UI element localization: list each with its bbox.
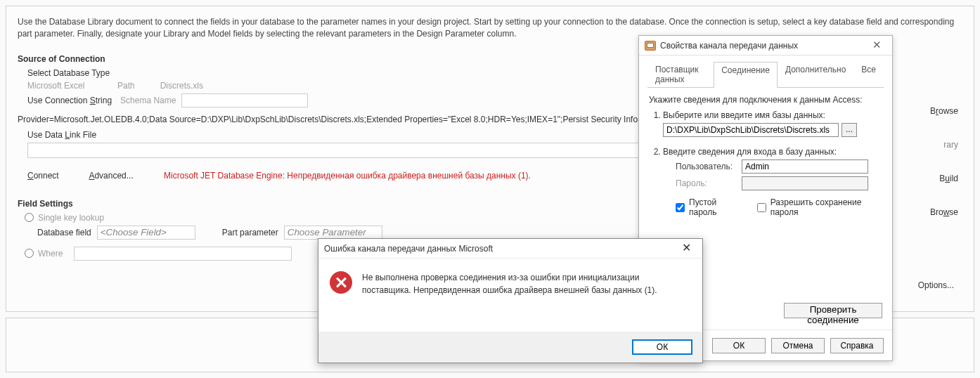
tab-connection[interactable]: Соединение xyxy=(714,62,778,88)
cancel-button[interactable]: Отмена xyxy=(771,338,825,353)
error-icon xyxy=(330,271,352,294)
tabs: Поставщик данных Соединение Дополнительн… xyxy=(647,61,884,88)
dialog-title-text: Свойства канала передачи данных xyxy=(660,41,867,51)
where-input[interactable] xyxy=(74,247,292,261)
password-input xyxy=(742,176,868,190)
blank-password-checkbox[interactable] xyxy=(676,203,685,212)
provider-label: Microsoft Excel xyxy=(27,81,112,91)
data-link-input[interactable] xyxy=(27,143,639,158)
path-value: Discrets.xls xyxy=(160,81,203,91)
where-radio[interactable] xyxy=(25,249,34,258)
password-label: Пароль: xyxy=(676,178,736,188)
connect-button[interactable]: Connect xyxy=(27,171,59,181)
single-key-label: Single key lookup xyxy=(38,213,104,223)
browse-link-1[interactable]: Browse xyxy=(930,106,958,116)
db-field-label: Database field xyxy=(37,228,91,237)
test-connection-button[interactable]: Проверить соединение xyxy=(784,303,882,318)
user-input[interactable] xyxy=(742,159,868,174)
allow-save-label: Разрешить сохранение пароля xyxy=(771,197,884,217)
help-button[interactable]: Справка xyxy=(830,338,884,353)
user-label: Пользователь: xyxy=(676,162,736,171)
error-titlebar: Ошибка канала передачи данных Microsoft … xyxy=(318,239,702,259)
close-icon[interactable]: ✕ xyxy=(867,39,886,53)
tab-advanced[interactable]: Дополнительно xyxy=(778,61,853,87)
ok-button[interactable]: ОК xyxy=(712,338,766,353)
path-label: Path xyxy=(117,81,135,91)
tab-all[interactable]: Все xyxy=(853,61,884,87)
select-db-type-label: Select Database Type xyxy=(27,68,110,78)
error-ok-button[interactable]: ОК xyxy=(632,339,692,355)
error-title-text: Ошибка канала передачи данных Microsoft xyxy=(324,244,676,254)
step1-label: Выберите или введите имя базы данных: xyxy=(663,110,884,120)
step2-label: Введите сведения для входа в базу данных… xyxy=(663,147,884,157)
error-message: Не выполнена проверка соединения из-за о… xyxy=(362,271,671,296)
dialog-titlebar: Свойства канала передачи данных ✕ xyxy=(639,36,892,56)
use-data-link-label: Use Data Link File xyxy=(27,130,96,140)
where-label: Where xyxy=(38,249,63,259)
blank-password-label: Пустой пароль xyxy=(689,197,743,217)
options-link[interactable]: Options... xyxy=(918,280,954,290)
browse-button[interactable]: ... xyxy=(842,123,857,137)
db-field-select[interactable] xyxy=(97,226,195,240)
part-param-select[interactable] xyxy=(284,226,382,240)
part-param-label: Part parameter xyxy=(222,228,278,237)
allow-save-checkbox[interactable] xyxy=(757,203,766,212)
tab-provider[interactable]: Поставщик данных xyxy=(647,61,714,87)
jet-error-text: Microsoft JET Database Engine: Непредвид… xyxy=(164,171,531,181)
error-dialog: Ошибка канала передачи данных Microsoft … xyxy=(318,238,703,363)
build-link[interactable]: Build xyxy=(939,174,958,183)
schema-input[interactable] xyxy=(181,93,308,107)
db-path-input[interactable] xyxy=(663,123,839,137)
dialog-icon xyxy=(645,41,656,51)
schema-label: Schema Name xyxy=(120,96,176,105)
single-key-radio[interactable] xyxy=(25,213,34,222)
close-icon[interactable]: ✕ xyxy=(676,241,697,256)
browse-link-2[interactable]: Browse xyxy=(930,207,958,217)
use-conn-string-label: Use Connection String xyxy=(27,96,112,105)
advanced-button[interactable]: Advanced... xyxy=(89,171,133,181)
rary-fragment: rary xyxy=(943,140,958,150)
instructions-text: Укажите сведения для подключения к данны… xyxy=(649,95,882,105)
